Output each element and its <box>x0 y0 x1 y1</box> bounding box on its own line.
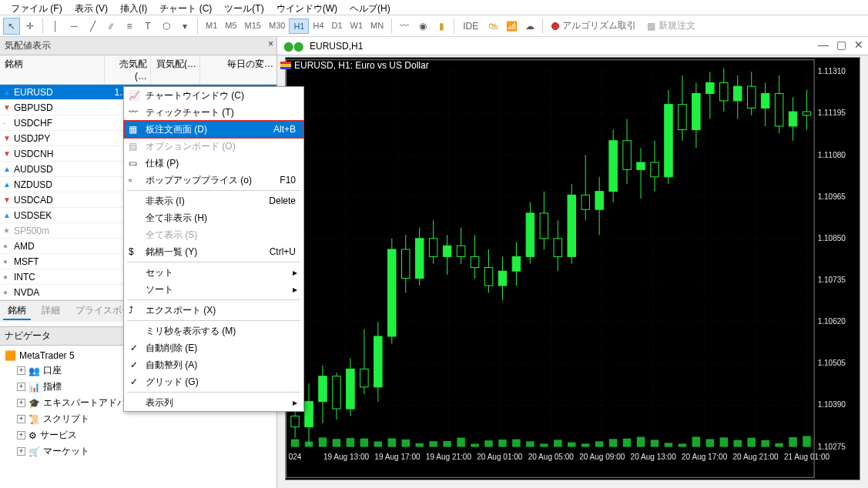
cloud-icon[interactable]: ☁ <box>521 18 538 35</box>
trendline-tool[interactable]: ╱ <box>84 18 101 35</box>
context-menu-item[interactable]: ▦板注文画面 (D)Alt+B <box>124 121 303 138</box>
direction-icon <box>3 242 8 250</box>
svg-text:19 Aug 13:00: 19 Aug 13:00 <box>323 453 370 461</box>
ide-button[interactable]: IDE <box>458 18 483 34</box>
context-menu-item[interactable]: 非表示 (I)Delete <box>124 192 303 209</box>
col-ask[interactable]: 買気配(… <box>151 55 200 84</box>
context-menu-item[interactable]: グリッド (G) <box>124 373 303 390</box>
chart-canvas[interactable]: 1.113101.111951.110801.109651.108501.107… <box>285 57 860 480</box>
svg-rect-46 <box>305 402 313 427</box>
dropdown-tool[interactable]: ▾ <box>176 18 193 35</box>
timeframe-H4[interactable]: H4 <box>309 18 327 34</box>
context-menu-item[interactable]: 📈チャートウインドウ (C) <box>124 87 303 104</box>
timeframe-M15[interactable]: M15 <box>241 18 265 34</box>
svg-rect-59 <box>360 439 368 447</box>
menu-item-label: グリッド (G) <box>146 376 199 389</box>
svg-text:1.11080: 1.11080 <box>818 151 846 159</box>
separator <box>391 18 392 34</box>
vline-tool[interactable]: │ <box>47 18 64 35</box>
direction-icon <box>3 226 10 235</box>
context-menu-item[interactable]: 〰ティックチャート (T) <box>124 104 303 121</box>
submenu-arrow-icon: ▸ <box>293 267 297 278</box>
text-tool[interactable]: T <box>139 18 156 35</box>
context-menu-item[interactable]: ソート▸ <box>124 281 303 298</box>
market-icon[interactable]: 🛍 <box>484 18 501 35</box>
channel-tool[interactable]: ⫽ <box>102 18 119 35</box>
context-menu-item[interactable]: 表示列▸ <box>124 394 303 411</box>
svg-rect-131 <box>692 436 700 446</box>
algo-trading-button[interactable]: アルゴリズム取引 <box>547 17 641 35</box>
menu-item[interactable]: 挿入(I) <box>114 0 153 15</box>
nav-item[interactable]: +🛒マーケット <box>5 443 272 460</box>
svg-rect-64 <box>388 249 396 336</box>
timeframe-D1[interactable]: D1 <box>328 18 347 34</box>
context-menu-item[interactable]: 自動削除 (E) <box>124 339 303 356</box>
minimize-icon[interactable]: — <box>818 38 829 51</box>
col-change[interactable]: 毎日の変… <box>200 55 276 84</box>
close-icon[interactable]: ✕ <box>854 38 863 51</box>
context-menu-item[interactable]: ▫ポップアッププライス (o)F10 <box>124 172 303 189</box>
svg-rect-67 <box>402 249 410 279</box>
objects-tool[interactable]: ⬡ <box>158 18 175 35</box>
context-menu-item[interactable]: 全て非表示 (H) <box>124 209 303 226</box>
export-icon: ⤴ <box>129 305 139 316</box>
cursor-tool[interactable]: ↖ <box>3 18 20 35</box>
expand-icon[interactable]: + <box>17 399 25 407</box>
fibo-tool[interactable]: ≡ <box>121 18 138 35</box>
tick-icon: 〰 <box>129 107 139 118</box>
expand-icon[interactable]: + <box>17 447 25 456</box>
new-order-button[interactable]: ▦ 新規注文 <box>642 17 700 35</box>
expand-icon[interactable]: + <box>17 431 25 440</box>
context-menu: 📈チャートウインドウ (C)〰ティックチャート (T)▦板注文画面 (D)Alt… <box>123 86 304 412</box>
context-menu-item[interactable]: ▭仕様 (P) <box>124 155 303 172</box>
maximize-icon[interactable]: ▢ <box>836 38 846 51</box>
chart-header: EURUSD, H1: Euro vs US Dollar <box>280 60 429 71</box>
nav-icon: 📜 <box>28 414 40 425</box>
timeframe-M5[interactable]: M5 <box>221 18 240 34</box>
menu-item[interactable]: ウインドウ(W) <box>270 0 344 15</box>
timeframe-MN[interactable]: MN <box>367 18 387 34</box>
indicator-icon[interactable]: ◉ <box>414 18 431 35</box>
linechart-icon[interactable]: 〰 <box>396 18 413 35</box>
svg-rect-76 <box>443 246 451 256</box>
menu-item[interactable]: ヘルプ(H) <box>344 0 397 15</box>
svg-rect-68 <box>402 440 410 447</box>
nav-root-label: MetaTrader 5 <box>19 350 75 361</box>
close-icon[interactable]: × <box>268 38 273 49</box>
col-bid[interactable]: 売気配(… <box>105 55 151 84</box>
crosshair-tool[interactable]: ✛ <box>22 18 39 35</box>
context-menu-item[interactable]: $銘柄一覧 (Y)Ctrl+U <box>124 243 303 260</box>
svg-rect-118 <box>637 162 645 169</box>
col-symbol[interactable]: 銘柄 <box>0 55 105 84</box>
svg-rect-86 <box>484 440 492 446</box>
context-menu-item[interactable]: ミリ秒を表示する (M) <box>124 323 303 339</box>
svg-rect-73 <box>429 239 437 257</box>
signals-icon[interactable]: 📶 <box>503 18 520 35</box>
timeframe-W1[interactable]: W1 <box>347 18 367 34</box>
menu-item[interactable]: チャート (C) <box>153 0 218 15</box>
svg-rect-155 <box>803 436 810 446</box>
context-menu-item[interactable]: セット▸ <box>124 264 303 281</box>
algo-label: アルゴリズム取引 <box>562 19 636 32</box>
nav-item[interactable]: +⚙サービス <box>5 427 272 443</box>
timeframe-H1[interactable]: H1 <box>289 18 309 34</box>
svg-rect-85 <box>484 268 492 286</box>
expand-icon[interactable]: + <box>17 366 25 375</box>
nav-item[interactable]: +📜スクリプト <box>5 411 272 427</box>
svg-rect-95 <box>526 441 534 446</box>
menu-item[interactable]: 表示 (V) <box>69 0 114 15</box>
expand-icon[interactable]: + <box>17 383 25 391</box>
tab-details[interactable]: 詳細 <box>37 302 65 320</box>
svg-rect-104 <box>568 443 575 447</box>
timeframe-M30[interactable]: M30 <box>265 18 289 34</box>
tab-symbols[interactable]: 銘柄 <box>3 302 31 320</box>
divider <box>127 320 300 321</box>
timeframe-M1[interactable]: M1 <box>202 18 221 34</box>
context-menu-item[interactable]: ⤴エクスポート (X) <box>124 302 303 319</box>
hline-tool[interactable]: ─ <box>65 18 82 35</box>
menu-item[interactable]: ファイル (F) <box>5 0 69 15</box>
expand-icon[interactable]: + <box>17 415 25 423</box>
chart-icon[interactable]: ▮ <box>433 18 450 35</box>
context-menu-item[interactable]: 自動整列 (A) <box>124 356 303 373</box>
menu-item[interactable]: ツール(T) <box>218 0 270 15</box>
